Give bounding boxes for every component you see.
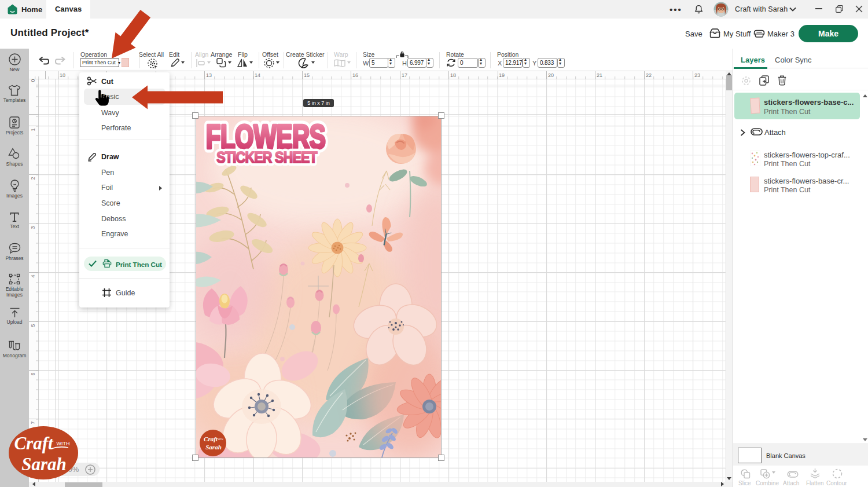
svg-text:WITH: WITH bbox=[57, 441, 70, 446]
svg-text:Sarah: Sarah bbox=[21, 454, 67, 474]
svg-text:Craft: Craft bbox=[14, 433, 54, 453]
